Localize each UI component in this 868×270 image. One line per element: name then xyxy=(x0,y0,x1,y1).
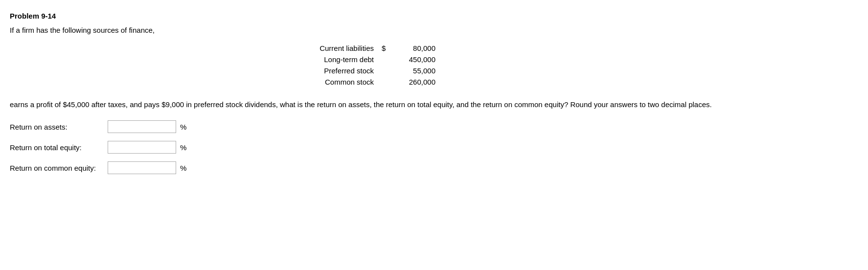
return-on-common-equity-label: Return on common equity: xyxy=(10,164,108,172)
finance-label-preferred-stock: Preferred stock xyxy=(294,67,382,75)
finance-label-long-term-debt: Long-term debt xyxy=(294,55,382,64)
finance-label-current-liabilities: Current liabilities xyxy=(294,44,382,52)
return-on-assets-percent: % xyxy=(180,123,186,131)
finance-value-long-term-debt: 450,000 xyxy=(391,55,435,64)
finance-row-current-liabilities: Current liabilities $ 80,000 xyxy=(294,44,435,52)
return-on-common-equity-percent: % xyxy=(180,164,186,172)
return-on-assets-input[interactable] xyxy=(108,120,176,133)
finance-row-preferred-stock: Preferred stock 55,000 xyxy=(294,67,435,75)
finance-row-long-term-debt: Long-term debt 450,000 xyxy=(294,55,435,64)
return-on-assets-label: Return on assets: xyxy=(10,123,108,131)
finance-value-current-liabilities: 80,000 xyxy=(391,44,435,52)
intro-text: If a firm has the following sources of f… xyxy=(10,26,858,34)
finance-dollar-current-liabilities: $ xyxy=(382,44,391,52)
description-text: earns a profit of $45,000 after taxes, a… xyxy=(10,99,858,111)
finance-label-common-stock: Common stock xyxy=(294,78,382,86)
problem-title: Problem 9-14 xyxy=(10,12,858,20)
finance-row-common-stock: Common stock 260,000 xyxy=(294,78,435,86)
finance-value-common-stock: 260,000 xyxy=(391,78,435,86)
return-on-total-equity-row: Return on total equity: % xyxy=(10,141,858,154)
finance-table: Current liabilities $ 80,000 Long-term d… xyxy=(294,44,435,89)
finance-value-preferred-stock: 55,000 xyxy=(391,67,435,75)
return-on-total-equity-label: Return on total equity: xyxy=(10,143,108,152)
return-on-total-equity-percent: % xyxy=(180,143,186,152)
return-on-common-equity-input[interactable] xyxy=(108,161,176,174)
return-on-total-equity-input[interactable] xyxy=(108,141,176,154)
return-on-assets-row: Return on assets: % xyxy=(10,120,858,133)
return-on-common-equity-row: Return on common equity: % xyxy=(10,161,858,174)
